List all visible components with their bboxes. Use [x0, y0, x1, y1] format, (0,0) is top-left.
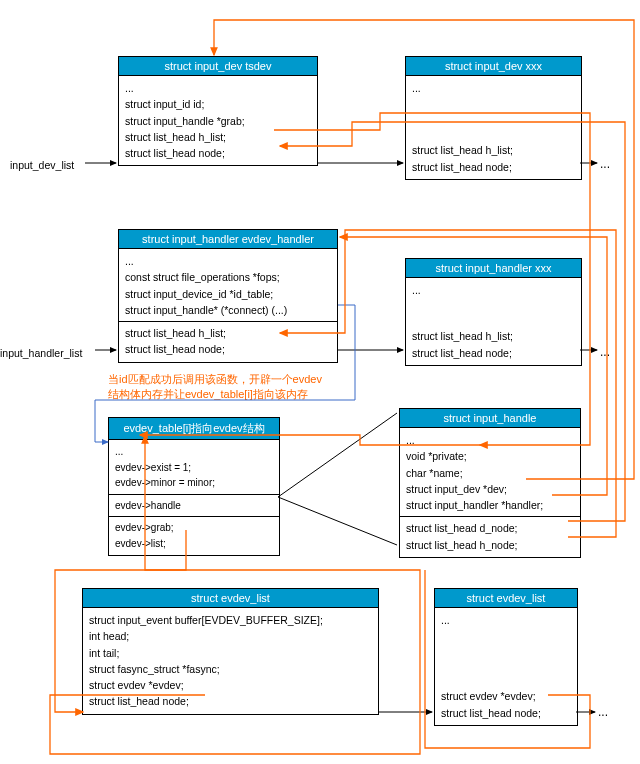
member: struct input_handle *grab;: [125, 113, 311, 129]
member: evdev->grab;: [115, 520, 273, 536]
box-evdev-list-1-body: struct input_event buffer[EVDEV_BUFFER_S…: [83, 608, 378, 714]
box-dev-xxx-body: ... struct list_head h_list; struct list…: [406, 76, 581, 179]
box-tsdev: struct input_dev tsdev ... struct input_…: [118, 56, 318, 166]
member: ...: [412, 80, 575, 96]
member: struct list_head node;: [125, 145, 311, 161]
member: ...: [406, 432, 574, 448]
member: struct list_head h_list;: [412, 142, 575, 158]
box-evdev-table: evdev_table[i]指向evdev结构 ... evdev->exist…: [108, 417, 280, 556]
box-input-handle-title: struct input_handle: [400, 409, 580, 428]
box-handler-xxx-body: ... struct list_head h_list; struct list…: [406, 278, 581, 365]
box-handler-xxx-title: struct input_handler xxx: [406, 259, 581, 278]
member: struct evdev *evdev;: [441, 688, 571, 704]
member: evdev->handle: [115, 498, 273, 514]
member: const struct file_operations *fops;: [125, 269, 331, 285]
member: struct input_dev *dev;: [406, 481, 574, 497]
box-dev-xxx: struct input_dev xxx ... struct list_hea…: [405, 56, 582, 180]
member: struct list_head h_list;: [412, 328, 575, 344]
member: struct evdev *evdev;: [89, 677, 372, 693]
box-evdev-handler: struct input_handler evdev_handler ... c…: [118, 229, 338, 363]
member: struct list_head node;: [441, 705, 571, 721]
member: struct fasync_struct *fasync;: [89, 661, 372, 677]
note-line: 当id匹配成功后调用该函数，开辟一个evdev: [108, 372, 322, 387]
member: struct input_event buffer[EVDEV_BUFFER_S…: [89, 612, 372, 628]
input-dev-list-label: input_dev_list: [10, 159, 74, 171]
box-evdev-table-body: ... evdev->exist = 1; evdev->minor = min…: [109, 440, 279, 555]
ellipsis: ...: [598, 705, 608, 719]
member: struct input_device_id *id_table;: [125, 286, 331, 302]
member: int head;: [89, 628, 372, 644]
member: struct input_handler *handler;: [406, 497, 574, 513]
box-evdev-list-2-body: ... struct evdev *evdev; struct list_hea…: [435, 608, 577, 725]
member: evdev->exist = 1;: [115, 460, 273, 476]
note-cn: 当id匹配成功后调用该函数，开辟一个evdev 结构体内存并让evdev_tab…: [108, 372, 322, 403]
member: struct list_head node;: [89, 693, 372, 709]
member: evdev->list;: [115, 536, 273, 552]
box-handler-xxx: struct input_handler xxx ... struct list…: [405, 258, 582, 366]
member: struct input_handle* (*connect) (...): [125, 302, 331, 318]
box-evdev-handler-body: ... const struct file_operations *fops; …: [119, 249, 337, 362]
box-evdev-list-1: struct evdev_list struct input_event buf…: [82, 588, 379, 715]
box-tsdev-body: ... struct input_id id; struct input_han…: [119, 76, 317, 165]
member: ...: [115, 444, 273, 460]
member: struct list_head h_list;: [125, 325, 331, 341]
member: ...: [412, 282, 575, 298]
member: struct list_head node;: [412, 159, 575, 175]
member: ...: [441, 612, 571, 628]
box-tsdev-title: struct input_dev tsdev: [119, 57, 317, 76]
box-input-handle: struct input_handle ... void *private; c…: [399, 408, 581, 558]
ellipsis: ...: [600, 345, 610, 359]
member: struct list_head node;: [412, 345, 575, 361]
member: char *name;: [406, 465, 574, 481]
member: evdev->minor = minor;: [115, 475, 273, 491]
member: struct list_head h_list;: [125, 129, 311, 145]
member: struct input_id id;: [125, 96, 311, 112]
box-input-handle-body: ... void *private; char *name; struct in…: [400, 428, 580, 557]
input-handler-list-label: input_handler_list: [0, 347, 82, 359]
member: int tail;: [89, 645, 372, 661]
member: ...: [125, 80, 311, 96]
member: ...: [125, 253, 331, 269]
member: struct list_head h_node;: [406, 537, 574, 553]
box-evdev-handler-title: struct input_handler evdev_handler: [119, 230, 337, 249]
note-line: 结构体内存并让evdev_table[i]指向该内存: [108, 387, 322, 402]
member: struct list_head node;: [125, 341, 331, 357]
box-dev-xxx-title: struct input_dev xxx: [406, 57, 581, 76]
box-evdev-table-title: evdev_table[i]指向evdev结构: [109, 418, 279, 440]
box-evdev-list-2: struct evdev_list ... struct evdev *evde…: [434, 588, 578, 726]
ellipsis: ...: [600, 157, 610, 171]
member: void *private;: [406, 448, 574, 464]
box-evdev-list-2-title: struct evdev_list: [435, 589, 577, 608]
member: struct list_head d_node;: [406, 520, 574, 536]
box-evdev-list-1-title: struct evdev_list: [83, 589, 378, 608]
